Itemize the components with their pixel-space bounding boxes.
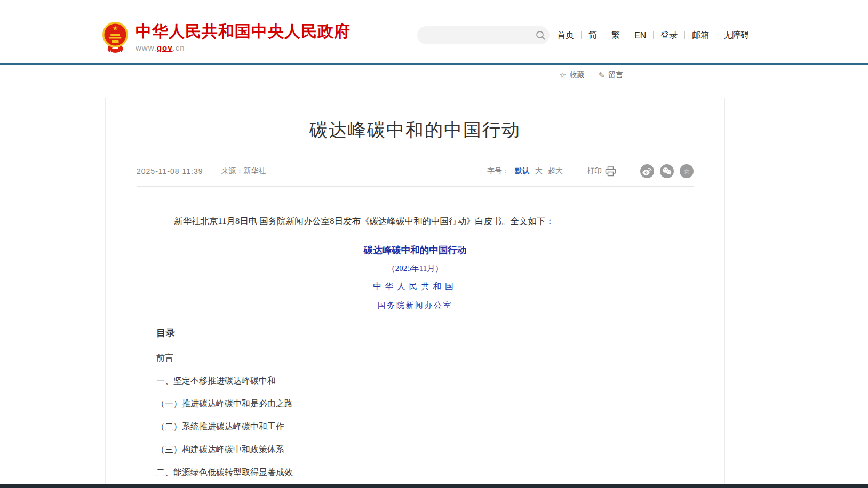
favorite-button[interactable]: ☆ 收藏 (559, 70, 584, 80)
site-url: www.gov.cn (136, 43, 351, 52)
publish-date: 2025-11-08 11:39 (137, 167, 203, 175)
pencil-icon: ✎ (598, 70, 605, 80)
toc-item-2: 二、能源绿色低碳转型取得显著成效 (156, 468, 674, 477)
nav-traditional[interactable]: 繁 (611, 30, 620, 41)
comment-label: 留言 (608, 70, 623, 80)
share-icons: ☆ (640, 164, 694, 178)
toc-heading: 目录 (156, 326, 674, 339)
nav-english[interactable]: EN (634, 31, 646, 41)
page: 中华人民共和国中央人民政府 www.gov.cn 首页 简 繁 EN 登录 邮箱 (0, 0, 868, 488)
fontsize-xlarge-button[interactable]: 超大 (548, 166, 563, 176)
meta-divider (137, 186, 694, 187)
toc-item-1-1: （一）推进碳达峰碳中和是必由之路 (156, 399, 674, 408)
site-url-cn: .cn (173, 43, 185, 52)
search-icon[interactable] (531, 30, 550, 41)
search-box (417, 26, 550, 44)
print-label: 打印 (587, 166, 602, 176)
toc-item-1: 一、坚定不移推进碳达峰碳中和 (156, 377, 674, 385)
nav-separator (653, 31, 654, 39)
nav-separator (627, 31, 627, 39)
article-card: 碳达峰碳中和的中国行动 2025-11-08 11:39 来源： 新华社 字号：… (105, 98, 725, 488)
lead-paragraph: 新华社北京11月8日电 国务院新闻办公室8日发布《碳达峰碳中和的中国行动》白皮书… (156, 214, 674, 228)
source-name[interactable]: 新华社 (243, 166, 266, 176)
nav-login[interactable]: 登录 (660, 30, 678, 41)
fontsize-default-button[interactable]: 默认 (515, 166, 530, 176)
source-label: 来源： (221, 166, 243, 176)
star-icon: ☆ (683, 167, 690, 175)
nav-separator (684, 31, 685, 39)
search-input[interactable] (417, 26, 531, 44)
print-button[interactable]: 打印 (587, 166, 616, 177)
nav-separator (604, 31, 604, 39)
site-header: 中华人民共和国中央人民政府 www.gov.cn 首页 简 繁 EN 登录 邮箱 (0, 0, 868, 65)
star-share-icon[interactable]: ☆ (680, 164, 694, 178)
nav-accessibility[interactable]: 无障碍 (723, 30, 749, 41)
star-icon: ☆ (559, 70, 566, 80)
meta-separator (575, 167, 575, 175)
site-title: 中华人民共和国中央人民政府 (136, 22, 351, 40)
meta-separator (628, 167, 628, 175)
top-nav: 首页 简 繁 EN 登录 邮箱 无障碍 (557, 30, 749, 41)
favorite-label: 收藏 (569, 70, 584, 80)
document-date: （2025年11月） (156, 263, 674, 274)
site-text: 中华人民共和国中央人民政府 www.gov.cn (136, 21, 351, 52)
site-url-gov: gov (157, 43, 173, 52)
national-emblem-icon (101, 21, 129, 53)
article-meta-right: 字号： 默认 大 超大 打印 (487, 164, 694, 178)
nav-mail[interactable]: 邮箱 (692, 30, 709, 41)
toc-item-1-2: （二）系统推进碳达峰碳中和工作 (156, 422, 674, 431)
nav-separator (716, 31, 716, 39)
page-title: 碳达峰碳中和的中国行动 (106, 118, 724, 142)
article-action-row: ☆ 收藏 ✎ 留言 (559, 70, 623, 80)
wechat-share-icon[interactable] (660, 164, 674, 178)
printer-icon (605, 166, 616, 177)
fontsize-label: 字号： (487, 166, 509, 176)
document-author-line1: 中华人民共和国 (156, 281, 674, 292)
site-url-www: www. (136, 43, 157, 52)
nav-home[interactable]: 首页 (557, 30, 574, 41)
site-logo[interactable]: 中华人民共和国中央人民政府 www.gov.cn (101, 21, 351, 53)
document-title: 碳达峰碳中和的中国行动 (156, 244, 674, 257)
weibo-share-icon[interactable] (640, 164, 654, 178)
article-meta-row: 2025-11-08 11:39 来源： 新华社 字号： 默认 大 超大 打印 (137, 164, 694, 178)
toc-item-1-3: （三）构建碳达峰碳中和政策体系 (156, 445, 674, 454)
document-author-line2: 国务院新闻办公室 (156, 300, 674, 310)
nav-separator (581, 31, 582, 39)
toc-item-preface: 前言 (156, 354, 674, 362)
fontsize-large-button[interactable]: 大 (535, 166, 543, 176)
article-body: 新华社北京11月8日电 国务院新闻办公室8日发布《碳达峰碳中和的中国行动》白皮书… (106, 214, 724, 488)
page-bottom-bar (0, 484, 868, 488)
article-meta-left: 2025-11-08 11:39 来源： 新华社 (137, 166, 266, 176)
comment-button[interactable]: ✎ 留言 (598, 70, 623, 80)
nav-simplified[interactable]: 简 (588, 30, 597, 41)
